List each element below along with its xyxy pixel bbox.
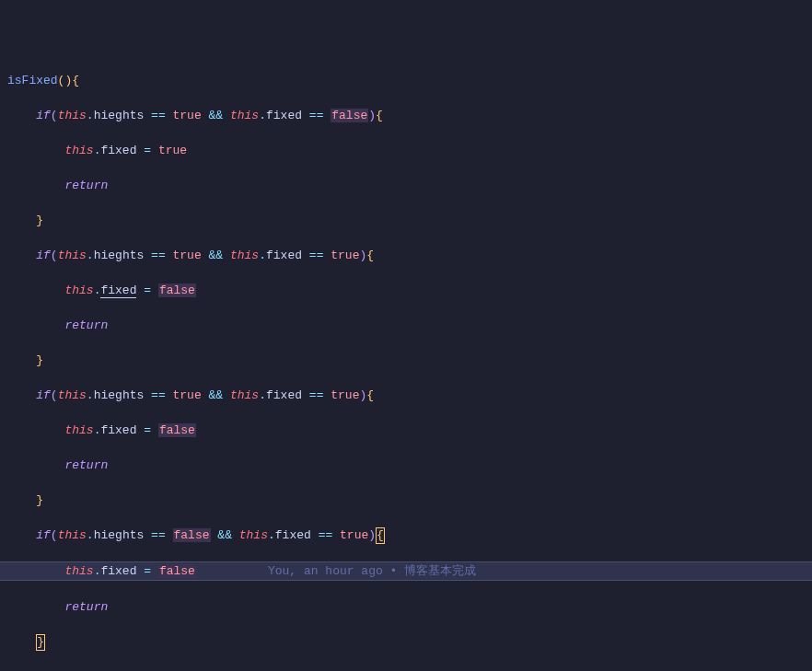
code-line[interactable]: } (0, 492, 812, 509)
git-blame-annotation: You, an hour ago • 博客基本完成 (268, 564, 476, 578)
code-line[interactable]: } (0, 212, 812, 229)
current-line[interactable]: this.fixed = false You, an hour ago • 博客… (0, 561, 812, 581)
code-line[interactable]: isFixed(){ (0, 72, 812, 89)
code-line[interactable]: return (0, 598, 812, 616)
code-line[interactable]: if(this.hieghts == false && this.fixed =… (0, 526, 812, 544)
code-line[interactable]: this.fixed = true (0, 142, 812, 159)
code-line[interactable]: if(this.hieghts == true && this.fixed ==… (0, 247, 812, 264)
code-line[interactable]: return (0, 457, 812, 474)
code-line[interactable]: return (0, 177, 812, 194)
code-line[interactable]: this.fixed = false (0, 422, 812, 439)
matched-brace: } (36, 634, 45, 651)
code-line[interactable]: if(this.hieghts == true && this.fixed ==… (0, 387, 812, 404)
paren: () (58, 74, 73, 87)
matched-brace: { (376, 527, 385, 544)
keyword-return: return (64, 179, 108, 192)
code-line[interactable]: return (0, 317, 812, 334)
code-line[interactable]: } (0, 352, 812, 369)
code-line[interactable]: if(this.hieghts == true && this.fixed ==… (0, 107, 812, 124)
function-name: isFixed (7, 74, 58, 87)
code-line[interactable]: } (0, 633, 812, 651)
keyword-if: if (36, 109, 51, 122)
code-editor[interactable]: isFixed(){ if(this.hieghts == true && th… (0, 52, 812, 671)
brace: { (72, 74, 79, 87)
keyword-this: this (58, 109, 87, 122)
code-line[interactable]: this.fixed = false (0, 282, 812, 299)
